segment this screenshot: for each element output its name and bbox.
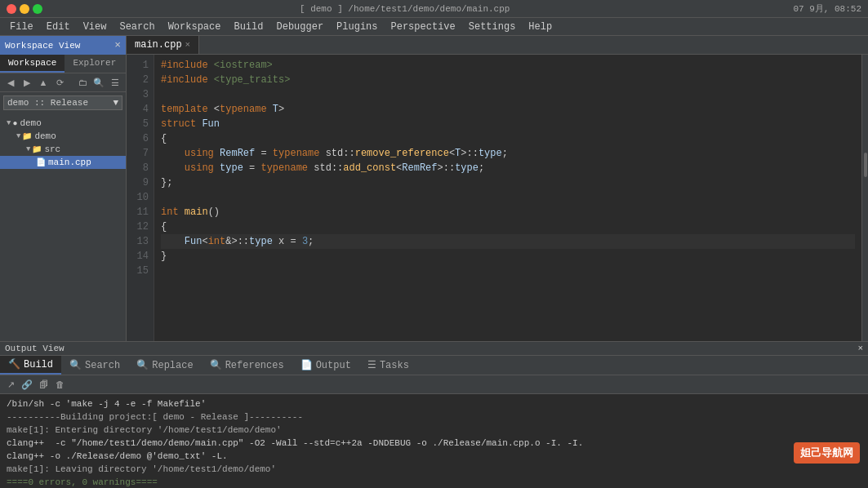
code-line-12: {: [161, 220, 855, 234]
output-tab-references[interactable]: 🔍 References: [202, 357, 292, 374]
code-line-7: using RemRef = typename std::remove_refe…: [161, 146, 855, 161]
main-layout: Workspace View × Workspace Explorer ▼ ◀ …: [0, 36, 868, 488]
tb-forward-btn[interactable]: ▶: [20, 75, 34, 90]
output-line-2: ----------Building project:[ demo - Rele…: [7, 410, 861, 424]
tree-label: src: [44, 144, 60, 154]
menu-item-plugins[interactable]: Plugins: [330, 20, 384, 34]
output-tab-build[interactable]: 🔨 Build: [0, 356, 61, 375]
build-tab-label: Build: [24, 359, 53, 370]
workspace-view-close[interactable]: ×: [114, 39, 121, 51]
output-view-header: Output View ×: [0, 342, 868, 356]
code-line-10: [161, 190, 855, 205]
workspace-view-title: Workspace View: [5, 41, 80, 51]
search-tab-label: Search: [85, 360, 120, 371]
menu-bar: FileEditViewSearchWorkspaceBuildDebugger…: [0, 18, 868, 36]
tab-name: main.cpp: [135, 39, 182, 51]
output-tab-label: Output: [316, 360, 351, 371]
folder-icon: 📁: [32, 144, 42, 154]
menu-item-file[interactable]: File: [3, 20, 40, 34]
output-line-4: clang++ -c "/home/test1/demo/demo/main.c…: [7, 437, 861, 450]
output-view-title: Output View: [5, 344, 65, 353]
code-line-11: int main(): [161, 205, 855, 220]
project-selector-arrow: ▼: [113, 98, 118, 108]
output-section: Output View × 🔨 Build 🔍 Search 🔍 Replace…: [0, 341, 868, 488]
code-line-14: }: [161, 249, 855, 264]
close-window-btn[interactable]: [7, 4, 16, 14]
output-view-close[interactable]: ×: [857, 344, 863, 353]
editor-area: main.cpp × 12345 678910 1112131415 #incl…: [127, 36, 868, 341]
tb-back-btn[interactable]: ◀: [3, 75, 18, 90]
tree-item-demo-root[interactable]: ▼ ● demo: [0, 117, 126, 130]
menu-item-edit[interactable]: Edit: [40, 20, 77, 34]
project-selector[interactable]: demo :: Release ▼: [3, 95, 122, 110]
replace-tab-icon: 🔍: [136, 359, 149, 371]
code-line-13: Fun<int&>::type x = 3;: [161, 234, 855, 249]
tb-menu-btn[interactable]: ☰: [108, 75, 122, 90]
code-line-5: struct Fun: [161, 117, 855, 131]
menu-item-perspective[interactable]: Perspective: [385, 20, 462, 34]
menu-item-build[interactable]: Build: [227, 20, 269, 34]
code-line-8: using type = typename std::add_const<Rem…: [161, 161, 855, 175]
code-line-3: [161, 87, 855, 102]
output-tb-btn3[interactable]: 🗐: [36, 377, 51, 392]
output-toolbar: ↗ 🔗 🗐 🗑: [0, 375, 868, 394]
tasks-tab-icon: ☰: [367, 359, 376, 371]
tb-refresh-btn[interactable]: ⟳: [52, 75, 67, 90]
code-line-6: {: [161, 131, 855, 146]
tasks-tab-label: Tasks: [380, 360, 409, 371]
tab-workspace[interactable]: Workspace: [0, 55, 65, 73]
minimize-window-btn[interactable]: [20, 4, 29, 14]
code-line-9: };: [161, 175, 855, 190]
code-content[interactable]: #include <iostream> #include <type_trait…: [154, 55, 861, 341]
maximize-window-btn[interactable]: [33, 4, 42, 14]
code-editor[interactable]: 12345 678910 1112131415 #include <iostre…: [127, 55, 868, 341]
scrollbar-grip: [864, 153, 867, 177]
tb-up-btn[interactable]: ▲: [36, 75, 51, 90]
left-panel: Workspace View × Workspace Explorer ▼ ◀ …: [0, 36, 127, 341]
output-tabs: 🔨 Build 🔍 Search 🔍 Replace 🔍 References …: [0, 356, 868, 375]
output-tab-search[interactable]: 🔍 Search: [61, 357, 128, 374]
scrollbar-handle[interactable]: [861, 55, 868, 341]
output-line-5: clang++ -o ./Release/demo @'demo_txt' -L…: [7, 450, 861, 463]
tree-item-src[interactable]: ▼ 📁 src: [0, 143, 126, 156]
menu-item-settings[interactable]: Settings: [462, 20, 523, 34]
tree-item-demo-folder[interactable]: ▼ 📁 demo: [0, 130, 126, 143]
output-content: /bin/sh -c 'make -j 4 -e -f Makefile' --…: [0, 394, 868, 488]
references-tab-label: References: [225, 360, 284, 371]
tb-search-btn[interactable]: 🔍: [91, 75, 106, 90]
tb-folder-btn[interactable]: 🗀: [75, 75, 90, 90]
output-line-3: make[1]: Entering directory '/home/test1…: [7, 424, 861, 437]
replace-tab-label: Replace: [152, 360, 193, 371]
code-line-2: #include <type_traits>: [161, 73, 855, 87]
code-line-4: template <typename T>: [161, 102, 855, 117]
output-tab-replace[interactable]: 🔍 Replace: [128, 357, 201, 374]
code-line-1: #include <iostream>: [161, 58, 855, 73]
output-tb-btn2[interactable]: 🔗: [20, 377, 34, 392]
menu-item-workspace[interactable]: Workspace: [162, 20, 228, 34]
menu-item-view[interactable]: View: [77, 20, 114, 34]
menu-item-debugger[interactable]: Debugger: [269, 20, 330, 34]
editor-tab-main-cpp[interactable]: main.cpp ×: [127, 36, 199, 54]
window-title: [ demo ] /home/test1/demo/demo/main.cpp: [49, 4, 760, 14]
menu-item-search[interactable]: Search: [113, 20, 161, 34]
editor-tabs: main.cpp ×: [127, 36, 868, 55]
workspace-toolbar: ◀ ▶ ▲ ⟳ 🗀 🔍 ☰: [0, 73, 126, 92]
output-tab-output[interactable]: 📄 Output: [292, 357, 359, 374]
output-tab-tasks[interactable]: ☰ Tasks: [359, 357, 417, 374]
menu-item-help[interactable]: Help: [522, 20, 559, 34]
folder-icon: 📁: [22, 131, 32, 141]
file-icon: 📄: [36, 157, 46, 167]
tab-close-btn[interactable]: ×: [185, 40, 191, 50]
workspace-view-header: Workspace View ×: [0, 36, 126, 55]
tree-label: demo: [34, 131, 56, 141]
line-numbers: 12345 678910 1112131415: [127, 55, 154, 341]
tree-item-main-cpp[interactable]: 📄 main.cpp: [0, 156, 126, 169]
output-tb-btn1[interactable]: ↗: [3, 377, 18, 392]
top-section: Workspace View × Workspace Explorer ▼ ◀ …: [0, 36, 868, 341]
build-tab-icon: 🔨: [8, 358, 20, 370]
tab-explorer[interactable]: Explorer: [65, 55, 124, 73]
file-tree: ▼ ● demo ▼ 📁 demo ▼ 📁 src 📄 main.cpp: [0, 113, 126, 341]
chevron-icon: ▼: [7, 119, 11, 127]
output-tb-btn4[interactable]: 🗑: [52, 377, 67, 392]
tree-label: demo: [20, 118, 41, 128]
